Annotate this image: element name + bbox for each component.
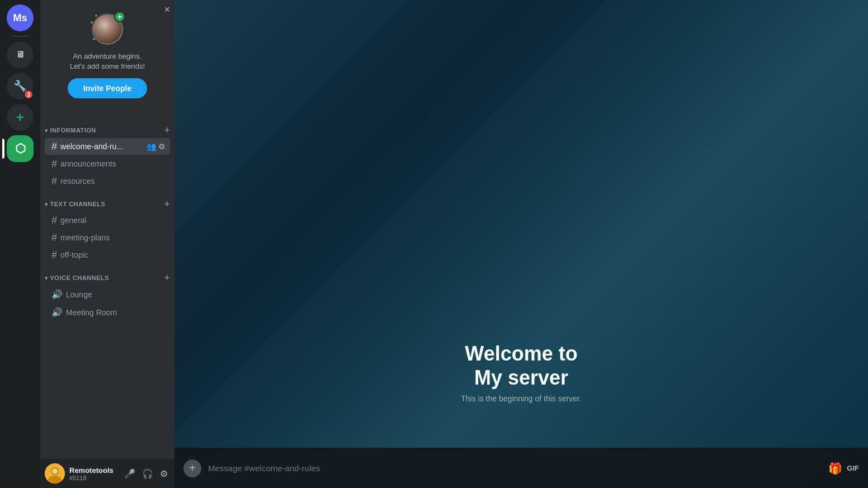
category-information-label: ▾ INFORMATION (45, 127, 96, 134)
close-button[interactable]: × (164, 4, 170, 15)
attach-button[interactable]: + (183, 459, 201, 477)
invite-area: + An adventure begins. Let's add some fr… (47, 7, 168, 107)
channel-item-resources[interactable]: # resources (45, 173, 170, 189)
category-information[interactable]: ▾ INFORMATION + (40, 116, 174, 138)
avatar-plus-icon: + (114, 11, 125, 22)
channel-item-announcements[interactable]: # announcements (45, 155, 170, 172)
user-info: Remotetools #5118 (69, 466, 117, 481)
channel-item-general[interactable]: # general (45, 212, 170, 229)
welcome-area: Welcome to My server This is the beginni… (174, 0, 868, 448)
speaker-icon: 🔊 (51, 307, 63, 318)
sidebar-header: × + An adventure begins. Let's add some (40, 0, 174, 114)
message-bar: + 🎁 GIF (174, 448, 868, 488)
server-icon-puzzle[interactable]: 🔧 3 (7, 73, 34, 100)
active-server-icon: ⬡ (15, 141, 26, 156)
add-voice-channel-button[interactable]: + (164, 273, 170, 283)
chevron-down-icon: ▾ (45, 275, 48, 281)
hash-icon: # (51, 141, 57, 151)
settings-icon[interactable]: ⚙ (158, 142, 166, 151)
chevron-down-icon: ▾ (45, 201, 48, 207)
channel-item-welcome[interactable]: # welcome-and-ru... 👥 ⚙ (45, 138, 170, 155)
user-bar: Remotetools #5118 🎤 🎧 ⚙ (40, 459, 174, 488)
channel-list: ▾ INFORMATION + # welcome-and-ru... 👥 ⚙ … (40, 114, 174, 459)
channel-name: Meeting Room (66, 308, 166, 317)
avatar-wrap: + (89, 11, 125, 47)
user-controls: 🎤 🎧 ⚙ (122, 466, 170, 481)
channel-icons: 👥 ⚙ (147, 142, 166, 151)
server-divider (11, 36, 29, 37)
channel-item-meeting-room[interactable]: 🔊 Meeting Room (45, 304, 170, 321)
hash-icon: # (51, 176, 57, 186)
server-bar: Ms 🖥 🔧 3 + ⬡ (0, 0, 40, 488)
user-tag: #5118 (69, 475, 117, 481)
welcome-text: Welcome to My server This is the beginni… (461, 342, 582, 403)
microphone-button[interactable]: 🎤 (122, 466, 138, 481)
invite-icon[interactable]: 👥 (147, 142, 156, 151)
channel-item-meeting-plans[interactable]: # meeting-plans (45, 229, 170, 246)
hash-icon: # (51, 233, 57, 243)
category-voice-channels-label: ▾ VOICE CHANNELS (45, 274, 109, 281)
channel-name: meeting-plans (60, 233, 166, 242)
channel-name: welcome-and-ru... (60, 142, 143, 151)
channel-name: general (60, 216, 166, 225)
gift-button[interactable]: 🎁 (828, 462, 842, 475)
sidebar: × + An adventure begins. Let's add some (40, 0, 174, 488)
server-icon-active[interactable]: ⬡ (7, 135, 34, 162)
hash-icon: # (51, 250, 57, 260)
category-text-channels[interactable]: ▾ TEXT CHANNELS + (40, 190, 174, 211)
message-input[interactable] (208, 463, 822, 473)
server-icon-ms-label: Ms (13, 12, 27, 24)
add-channel-button[interactable]: + (164, 125, 170, 135)
username: Remotetools (69, 466, 117, 475)
hash-icon: # (51, 215, 57, 225)
server-icon-add[interactable]: + (7, 104, 34, 131)
category-text-channels-label: ▾ TEXT CHANNELS (45, 201, 105, 207)
hash-icon: # (51, 159, 57, 169)
channel-item-lounge[interactable]: 🔊 Lounge (45, 286, 170, 303)
monitor-icon: 🖥 (16, 50, 25, 60)
category-voice-channels[interactable]: ▾ VOICE CHANNELS + (40, 264, 174, 285)
add-text-channel-button[interactable]: + (164, 199, 170, 209)
channel-name: Lounge (66, 290, 166, 299)
channel-name: announcements (60, 159, 166, 168)
main-content: Welcome to My server This is the beginni… (174, 0, 868, 488)
notification-badge: 3 (23, 89, 34, 100)
headphone-button[interactable]: 🎧 (140, 466, 155, 481)
gif-button[interactable]: GIF (847, 464, 859, 472)
chevron-down-icon: ▾ (45, 127, 48, 134)
user-avatar (45, 463, 65, 484)
message-actions: 🎁 GIF (828, 462, 859, 475)
welcome-subtitle: This is the beginning of this server. (461, 394, 582, 403)
add-server-icon: + (16, 110, 24, 125)
server-icon-ms[interactable]: Ms (7, 4, 34, 31)
channel-name: off-topic (60, 250, 166, 259)
svg-point-3 (52, 468, 58, 474)
channel-item-off-topic[interactable]: # off-topic (45, 247, 170, 263)
avatar-icon (45, 463, 65, 484)
invite-people-button[interactable]: Invite People (68, 78, 147, 98)
channel-name: resources (60, 177, 166, 186)
settings-button[interactable]: ⚙ (158, 466, 170, 481)
active-indicator (2, 139, 4, 159)
welcome-title: Welcome to My server (461, 342, 582, 390)
server-icon-monitor[interactable]: 🖥 (7, 41, 34, 68)
invite-tagline: An adventure begins. Let's add some frie… (70, 51, 145, 72)
speaker-icon: 🔊 (51, 289, 63, 300)
